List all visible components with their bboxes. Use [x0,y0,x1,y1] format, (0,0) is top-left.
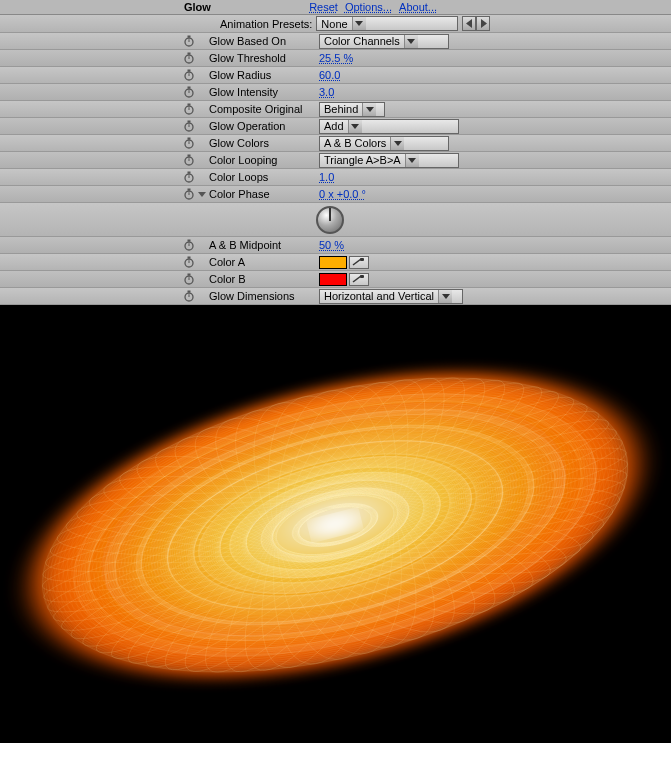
stopwatch-icon[interactable] [182,238,196,252]
param-row-glowOperation: Glow OperationAdd [0,118,671,135]
svg-line-54 [353,276,361,282]
glowRadius-label: Glow Radius [209,69,319,81]
glowBasedOn-value: Color Channels [324,35,400,47]
about-link[interactable]: About... [399,1,437,13]
glowColors-label: Glow Colors [209,137,319,149]
svg-rect-25 [188,138,191,140]
stopwatch-icon[interactable] [182,272,196,286]
stopwatch-icon[interactable] [182,187,196,201]
stopwatch-icon[interactable] [182,119,196,133]
param-row-colorB: Color B [0,271,671,288]
svg-rect-13 [188,87,191,89]
effect-title: Glow [184,1,211,13]
colorA-swatch[interactable] [319,256,347,269]
animation-presets-row: Animation Presets: None [0,15,671,33]
param-row-colorPhase: Color Phase0 x +0.0 ° [0,186,671,203]
svg-rect-37 [188,189,191,191]
expand-icon[interactable] [198,192,206,197]
colorPhase-label: Color Phase [209,188,319,200]
colorLoops-value[interactable]: 1.0 [319,171,334,183]
stopwatch-icon[interactable] [182,136,196,150]
param-row-glowDimensions: Glow DimensionsHorizontal and Vertical [0,288,671,305]
compositeOrig-select[interactable]: Behind [319,102,385,117]
caret-down-icon [405,154,419,167]
svg-rect-57 [188,291,191,293]
colorA-eyedropper[interactable] [349,256,369,269]
glow-spiral-render [0,305,671,743]
glowOperation-label: Glow Operation [209,120,319,132]
stopwatch-icon[interactable] [182,85,196,99]
stopwatch-icon[interactable] [182,34,196,48]
glowDimensions-value: Horizontal and Vertical [324,290,434,302]
param-row-glowThreshold: Glow Threshold25.5 % [0,50,671,67]
abMidpoint-label: A & B Midpoint [209,239,319,251]
param-row-glowRadius: Glow Radius60.0 [0,67,671,84]
preset-prev-button[interactable] [462,16,476,31]
caret-down-icon [348,120,362,133]
stopwatch-icon[interactable] [182,255,196,269]
svg-rect-9 [188,70,191,72]
glowBasedOn-select[interactable]: Color Channels [319,34,449,49]
stopwatch-icon[interactable] [182,51,196,65]
glowDimensions-select[interactable]: Horizontal and Vertical [319,289,463,304]
glowRadius-value[interactable]: 60.0 [319,69,340,81]
colorB-swatch[interactable] [319,273,347,286]
glowThreshold-value[interactable]: 25.5 % [319,52,353,64]
colorLooping-value: Triangle A>B>A [324,154,401,166]
svg-rect-49 [360,258,364,261]
effect-links: Reset Options... About... [305,1,437,13]
svg-rect-5 [188,53,191,55]
glowOperation-select[interactable]: Add [319,119,459,134]
caret-down-icon [404,35,418,48]
options-link[interactable]: Options... [345,1,392,13]
glowBasedOn-label: Glow Based On [209,35,319,47]
param-row-glowColors: Glow ColorsA & B Colors [0,135,671,152]
preview-viewport [0,305,671,743]
colorLooping-select[interactable]: Triangle A>B>A [319,153,459,168]
glowDimensions-label: Glow Dimensions [209,290,319,302]
stopwatch-icon[interactable] [182,289,196,303]
svg-rect-33 [188,172,191,174]
param-row-colorA: Color A [0,254,671,271]
svg-rect-1 [188,36,191,38]
stopwatch-icon[interactable] [182,68,196,82]
compositeOrig-label: Composite Original [209,103,319,115]
colorB-label: Color B [209,273,319,285]
param-row-colorLoops: Color Loops1.0 [0,169,671,186]
caret-down-icon [362,103,376,116]
presets-value: None [321,18,347,30]
svg-rect-41 [188,240,191,242]
preset-next-button[interactable] [476,16,490,31]
stopwatch-icon[interactable] [182,170,196,184]
glowOperation-value: Add [324,120,344,132]
glowIntensity-label: Glow Intensity [209,86,319,98]
glowIntensity-value[interactable]: 3.0 [319,86,334,98]
caret-down-icon [390,137,404,150]
svg-rect-55 [360,275,364,278]
glowColors-select[interactable]: A & B Colors [319,136,449,151]
glowColors-value: A & B Colors [324,137,386,149]
colorPhase-value[interactable]: 0 x +0.0 ° [319,188,366,200]
colorB-eyedropper[interactable] [349,273,369,286]
colorLoops-label: Color Loops [209,171,319,183]
abMidpoint-value[interactable]: 50 % [319,239,344,251]
color-phase-dial[interactable] [316,206,344,234]
color-phase-dial-row [0,203,671,237]
param-row-abMidpoint: A & B Midpoint50 % [0,237,671,254]
presets-label: Animation Presets: [220,18,312,30]
svg-line-48 [353,259,361,265]
svg-rect-17 [188,104,191,106]
presets-select[interactable]: None [316,16,458,31]
reset-link[interactable]: Reset [309,1,338,13]
stopwatch-icon[interactable] [182,102,196,116]
compositeOrig-value: Behind [324,103,358,115]
colorA-label: Color A [209,256,319,268]
stopwatch-icon[interactable] [182,153,196,167]
svg-rect-21 [188,121,191,123]
effect-panel: Glow Reset Options... About... Animation… [0,0,671,305]
param-row-compositeOrig: Composite OriginalBehind [0,101,671,118]
caret-down-icon [352,17,366,30]
svg-rect-51 [188,274,191,276]
effect-header: Glow Reset Options... About... [0,0,671,15]
svg-rect-45 [188,257,191,259]
